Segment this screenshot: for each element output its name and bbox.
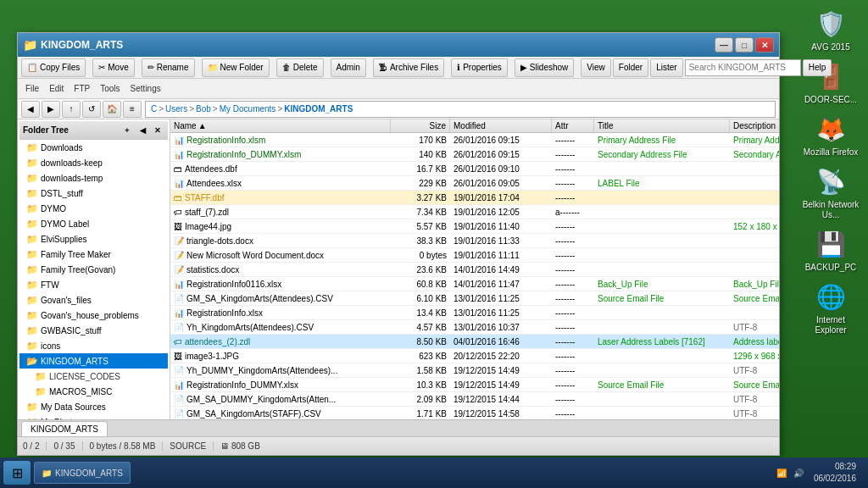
col-title-header[interactable]: Title bbox=[594, 119, 730, 132]
breadcrumb-button[interactable]: ≡ bbox=[123, 101, 142, 118]
view-button[interactable]: View bbox=[581, 58, 611, 77]
tree-item-dymo-label[interactable]: 📁DYMO Label bbox=[19, 216, 168, 231]
table-row[interactable]: 📄 Yh_KingdomArts(Attendees).CSV 4.57 KB … bbox=[170, 320, 779, 335]
desktop-icon-avg[interactable]: 🛡️ AVG 2015 bbox=[800, 7, 861, 53]
tree-item-kingdom-arts[interactable]: 📂KINGDOM_ARTS bbox=[19, 353, 168, 369]
menu-tools[interactable]: Tools bbox=[96, 80, 124, 97]
table-row[interactable]: 📄 Yh_DUMMY_KingdomArts(Attendees)... 1.5… bbox=[170, 363, 779, 378]
table-row[interactable]: 📊 RegistrationInfo.xlsm 170 KB 26/01/201… bbox=[170, 133, 779, 147]
admin-button[interactable]: Admin bbox=[331, 58, 366, 77]
table-row[interactable]: 🖼 Image44.jpg 5.57 KB 19/01/2016 11:40 -… bbox=[170, 219, 779, 234]
new-folder-button[interactable]: 📁New Folder bbox=[202, 58, 270, 77]
tree-item-familytree-govan[interactable]: 📁Family Tree(Govan) bbox=[19, 262, 168, 277]
desktop-icon-ie[interactable]: 🌐 Internet Explorer bbox=[800, 280, 861, 336]
forward-button[interactable]: ▶ bbox=[42, 101, 60, 118]
tree-item-dstl[interactable]: 📁DSTL_stuff bbox=[19, 186, 168, 201]
tree-item-license-codes[interactable]: 📁LICENSE_CODES bbox=[19, 369, 168, 384]
tree-close[interactable]: ✕ bbox=[151, 124, 164, 137]
tree-item-downloads-temp[interactable]: 📁downloads-temp bbox=[19, 170, 168, 186]
delete-button[interactable]: 🗑Delete bbox=[276, 58, 324, 77]
table-row[interactable]: 📝 triangle-dots.docx 38.3 KB 19/01/2016 … bbox=[170, 234, 779, 248]
tree-item-gwbasic[interactable]: 📁GWBASIC_stuff bbox=[19, 323, 168, 338]
back-button[interactable]: ◀ bbox=[21, 101, 40, 118]
table-row[interactable]: 🏷 staff_(7).zdl 7.34 KB 19/01/2016 12:05… bbox=[170, 205, 779, 219]
table-row[interactable]: 📄 GM_SA_DUMMY_KingdomArts(Atten... 2.09 … bbox=[170, 392, 779, 407]
taskbar-item-kingdom[interactable]: 📁 KINGDOM_ARTS bbox=[34, 462, 131, 484]
table-row[interactable]: 📊 RegistrationInfo_DUMMY.xlsx 10.3 KB 19… bbox=[170, 378, 779, 392]
up-button[interactable]: ↑ bbox=[62, 101, 81, 118]
desktop-icon-belkin[interactable]: 📡 Belkin Network Us... bbox=[800, 164, 861, 220]
tree-icon-1[interactable]: + bbox=[120, 124, 134, 137]
file-attr: ------- bbox=[552, 193, 594, 202]
folder-button[interactable]: Folder bbox=[613, 58, 648, 77]
col-name-header[interactable]: Name ▲ bbox=[170, 119, 391, 132]
table-row[interactable]: 📊 RegistrationInfo.xlsx 13.4 KB 13/01/20… bbox=[170, 306, 779, 320]
tree-item-icons[interactable]: 📁icons bbox=[19, 338, 168, 353]
tree-item-downloads-keep[interactable]: 📁downloads-keep bbox=[19, 155, 168, 170]
tree-icon-2[interactable]: ◀ bbox=[136, 124, 149, 137]
close-button[interactable]: ✕ bbox=[755, 37, 774, 53]
home-button[interactable]: 🏠 bbox=[103, 101, 121, 118]
address-path[interactable]: C > Users > Bob > My Documents > KINGDOM… bbox=[145, 101, 776, 118]
table-row[interactable]: 📄 GM_SA_KingdomArts(Attendees).CSV 6.10 … bbox=[170, 291, 779, 306]
slideshow-button[interactable]: ▶Slideshow bbox=[515, 58, 575, 77]
archive-button[interactable]: 🗜Archive Files bbox=[373, 58, 444, 77]
file-name: 📊 RegistrationInfo0116.xlsx bbox=[170, 280, 391, 289]
refresh-button[interactable]: ↺ bbox=[82, 101, 101, 118]
tree-item-govan-files[interactable]: 📁Govan's_files bbox=[19, 292, 168, 308]
col-attr-header[interactable]: Attr bbox=[552, 119, 594, 132]
taskbar: ⊞ 📁 KINGDOM_ARTS 📶 🔊 08:29 06/02/2016 bbox=[0, 458, 868, 488]
rename-icon: ✏ bbox=[147, 63, 154, 72]
tree-item-ftm[interactable]: 📁Family Tree Maker bbox=[19, 247, 168, 262]
properties-icon: ℹ bbox=[457, 63, 460, 72]
file-attr: ------- bbox=[552, 323, 594, 332]
menu-file[interactable]: File bbox=[21, 80, 43, 97]
help-button[interactable]: Help bbox=[803, 59, 832, 76]
table-row[interactable]: 🗃 Attendees.dbf 16.7 KB 26/01/2016 09:10… bbox=[170, 162, 779, 176]
menu-edit[interactable]: Edit bbox=[45, 80, 68, 97]
tree-item-mydata[interactable]: 📁My Data Sources bbox=[19, 399, 168, 414]
menu-settings[interactable]: Settings bbox=[126, 80, 165, 97]
search-input[interactable] bbox=[685, 59, 801, 76]
tree-item-ftw[interactable]: 📁FTW bbox=[19, 277, 168, 292]
tree-item-macros-misc[interactable]: 📁MACROS_MISC bbox=[19, 384, 168, 399]
file-type-icon: 📝 bbox=[174, 236, 184, 246]
tree-item-downloads[interactable]: 📁Downloads bbox=[19, 140, 168, 155]
table-row[interactable]: 📄 GM_SA_KingdomArts(STAFF).CSV 1.71 KB 1… bbox=[170, 407, 779, 419]
col-modified-header[interactable]: Modified bbox=[450, 119, 552, 132]
firefox-label: Mozilla Firefox bbox=[804, 147, 858, 158]
rename-button[interactable]: ✏Rename bbox=[142, 58, 195, 77]
col-desc-header[interactable]: Description bbox=[730, 119, 779, 132]
properties-button[interactable]: ℹProperties bbox=[451, 58, 508, 77]
file-name: 📄 GM_SA_KingdomArts(STAFF).CSV bbox=[170, 409, 391, 419]
table-row[interactable]: 🖼 image3-1.JPG 623 KB 20/12/2015 22:20 -… bbox=[170, 349, 779, 363]
tree-item-govan-house[interactable]: 📁Govan's_house_problems bbox=[19, 308, 168, 323]
file-desc: Source Email File bbox=[730, 380, 779, 390]
file-name: 📄 Yh_DUMMY_KingdomArts(Attendees)... bbox=[170, 366, 391, 375]
file-type-icon: 🏷 bbox=[174, 208, 182, 217]
start-button[interactable]: ⊞ bbox=[3, 461, 31, 485]
table-row[interactable]: 📊 RegistrationInfo0116.xlsx 60.8 KB 14/0… bbox=[170, 277, 779, 291]
lister-button[interactable]: Lister bbox=[650, 58, 682, 77]
file-name: 📊 RegistrationInfo.xlsm bbox=[170, 136, 391, 145]
menu-ftp[interactable]: FTP bbox=[70, 80, 94, 97]
move-button[interactable]: ✂Move bbox=[92, 58, 134, 77]
tree-item-elvis[interactable]: 📁ElviSupplies bbox=[19, 231, 168, 247]
table-row[interactable]: 📝 statistics.docx 23.6 KB 14/01/2016 14:… bbox=[170, 263, 779, 277]
tab-kingdom-arts[interactable]: KINGDOM_ARTS bbox=[21, 421, 108, 436]
table-row[interactable]: 📊 Attendees.xlsx 229 KB 26/01/2016 09:05… bbox=[170, 176, 779, 191]
col-size-header[interactable]: Size bbox=[391, 119, 450, 132]
table-row[interactable]: 🏷 attendees_(2).zdl 8.50 KB 04/01/2016 1… bbox=[170, 335, 779, 349]
table-row[interactable]: 🗃 STAFF.dbf 3.27 KB 19/01/2016 17:04 ---… bbox=[170, 191, 779, 205]
file-modified: 19/12/2015 14:58 bbox=[450, 409, 552, 419]
file-desc: Source Email File bbox=[730, 294, 779, 303]
tree-item-dymo[interactable]: 📁DYMO bbox=[19, 201, 168, 216]
maximize-button[interactable]: □ bbox=[735, 37, 754, 53]
table-row[interactable]: 📝 New Microsoft Word Document.docx 0 byt… bbox=[170, 248, 779, 263]
desktop-icon-backup[interactable]: 💾 BACKUP_PC bbox=[800, 227, 861, 273]
copy-files-button[interactable]: 📋Copy Files bbox=[21, 58, 86, 77]
desktop-icon-firefox[interactable]: 🦊 Mozilla Firefox bbox=[800, 112, 861, 158]
minimize-button[interactable]: — bbox=[715, 37, 733, 53]
table-row[interactable]: 📊 RegistrationInfo_DUMMY.xlsm 140 KB 26/… bbox=[170, 147, 779, 162]
file-modified: 26/01/2016 09:05 bbox=[450, 179, 552, 188]
